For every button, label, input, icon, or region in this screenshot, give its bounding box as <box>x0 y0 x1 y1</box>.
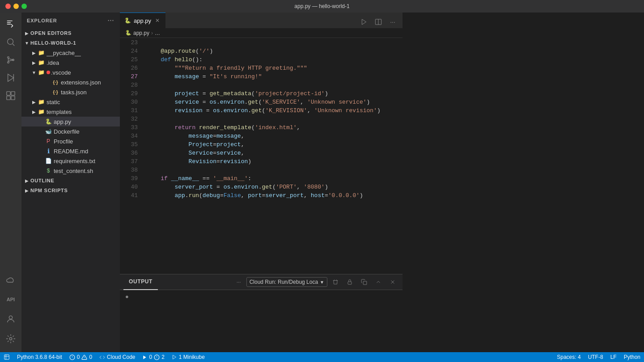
tab-app-py[interactable]: 🐍 app.py ✕ <box>120 13 165 28</box>
sidebar-item-tasks-json[interactable]: ▶ {·} tasks.json <box>21 87 120 97</box>
cursor-position: ● <box>125 294 129 300</box>
file-tree: ▶ OPEN EDITORS ▼ HELLO-WORLD-1 ▶ 📁 __pyc… <box>21 28 120 352</box>
run-error-icon <box>154 354 160 360</box>
run-count: 0 <box>149 354 152 360</box>
tab-actions: ··· <box>358 16 402 28</box>
output-tab-label: OUTPUT <box>129 278 153 285</box>
error-icon <box>69 354 75 360</box>
txt-icon: 📄 <box>45 157 52 164</box>
procfile-label: Procfile <box>54 138 73 145</box>
minimize-button[interactable] <box>13 4 19 9</box>
json-icon: {·} <box>52 79 59 86</box>
activity-cloud-icon[interactable] <box>3 272 19 288</box>
more-actions-button[interactable]: ··· <box>386 16 399 28</box>
chevron-down-icon: ▼ <box>320 280 324 285</box>
activity-api-icon[interactable]: API <box>3 291 19 307</box>
lock-output-button[interactable] <box>343 276 356 288</box>
split-editor-button[interactable] <box>372 16 385 28</box>
expand-panel-button[interactable] <box>372 276 385 288</box>
status-encoding-item[interactable]: UTF-8 <box>585 352 607 362</box>
sidebar-item-procfile[interactable]: ▶ P Procfile <box>21 136 120 146</box>
sidebar-item-vscode[interactable]: ▼ 📁 .vscode <box>21 67 120 77</box>
code-line <box>147 81 398 89</box>
svg-rect-8 <box>7 96 10 100</box>
svg-marker-27 <box>144 355 146 359</box>
sidebar-item-templates[interactable]: ▶ 📁 templates <box>21 107 120 117</box>
panel-content[interactable]: ● <box>120 290 402 352</box>
arrow-icon: ▶ <box>30 98 38 105</box>
minikube-label: 1 Minikube <box>179 354 205 360</box>
output-dropdown[interactable]: Cloud Run: Run/Debug Loca ▼ <box>246 277 327 287</box>
sidebar-item-test-content[interactable]: ▶ $ test_content.sh <box>21 166 120 176</box>
activity-account-icon[interactable] <box>3 311 19 327</box>
sidebar-more-icon[interactable]: ··· <box>107 17 114 24</box>
activity-bar: API <box>0 13 21 352</box>
activity-extensions-icon[interactable] <box>3 88 19 104</box>
sidebar-item-root[interactable]: ▼ HELLO-WORLD-1 <box>21 38 120 48</box>
code-line <box>147 38 398 47</box>
sidebar-item-npm-scripts[interactable]: ▶ NPM SCRIPTS <box>21 185 120 195</box>
activity-settings-icon[interactable] <box>3 331 19 347</box>
outline-label: OUTLINE <box>30 178 55 183</box>
sidebar-item-requirements[interactable]: ▶ 📄 requirements.txt <box>21 156 120 166</box>
py-icon: 🐍 <box>45 118 52 125</box>
panel-more-button[interactable]: ··· <box>233 279 245 285</box>
editor-scrollbar[interactable] <box>398 38 402 274</box>
activity-run-icon[interactable] <box>3 70 19 86</box>
panel-tab-bar: OUTPUT ··· Cloud Run: Run/Debug Loca ▼ <box>120 274 402 290</box>
status-remote-item[interactable] <box>0 352 13 362</box>
language-label: Python <box>624 354 640 360</box>
app-py-label: app.py <box>54 118 71 125</box>
activity-explorer-icon[interactable] <box>3 16 19 32</box>
activity-source-control-icon[interactable] <box>3 52 19 68</box>
code-line <box>147 166 398 174</box>
extensions-json-label: extensions.json <box>61 79 101 86</box>
code-line: Service=service, <box>147 149 398 157</box>
panel-tab-output[interactable]: OUTPUT <box>123 274 158 290</box>
svg-point-1 <box>8 57 9 59</box>
code-line: message=message, <box>147 132 398 140</box>
sidebar-item-outline[interactable]: ▶ OUTLINE <box>21 176 120 185</box>
status-language-item[interactable]: Python <box>620 352 644 362</box>
run-button[interactable] <box>358 16 370 28</box>
folder-icon: 📁 <box>38 108 45 115</box>
status-cloud-code-item[interactable]: Cloud Code <box>96 352 139 362</box>
close-panel-button[interactable] <box>386 276 399 288</box>
activity-search-icon[interactable] <box>3 34 19 50</box>
code-line: def hello(): <box>147 55 398 64</box>
code-content[interactable]: @app.route('/') def hello(): """Return a… <box>142 38 398 274</box>
pycache-label: __pycache__ <box>47 50 81 56</box>
status-minikube-item[interactable]: 1 Minikube <box>168 352 208 362</box>
arrow-icon: ▶ <box>30 108 38 115</box>
sidebar-item-pycache[interactable]: ▶ 📁 __pycache__ <box>21 48 120 58</box>
sidebar-item-open-editors[interactable]: ▶ OPEN EDITORS <box>21 28 120 38</box>
breadcrumb-symbol: … <box>155 30 160 36</box>
close-button[interactable] <box>5 4 11 9</box>
sidebar-item-idea[interactable]: ▶ 📁 .idea <box>21 58 120 67</box>
panel-tab-actions: ··· Cloud Run: Run/Debug Loca ▼ <box>233 276 399 288</box>
svg-marker-4 <box>8 74 14 82</box>
svg-rect-9 <box>11 96 15 100</box>
clear-output-button[interactable] <box>329 276 342 288</box>
sidebar-item-static[interactable]: ▶ 📁 static <box>21 97 120 107</box>
vscode-label: .vscode <box>51 69 71 76</box>
tab-close-button[interactable]: ✕ <box>154 17 161 24</box>
status-errors-item[interactable]: 0 0 <box>66 352 96 362</box>
code-line: return render_template('index.html', <box>147 123 398 132</box>
sidebar-item-readme[interactable]: ▶ ℹ README.md <box>21 146 120 156</box>
status-python-item[interactable]: Python 3.6.8 64-bit <box>13 352 66 362</box>
status-spaces-item[interactable]: Spaces: 4 <box>553 352 584 362</box>
sidebar-title: EXPLORER <box>27 18 57 23</box>
tab-label: app.py <box>134 17 151 24</box>
copy-output-button[interactable] <box>358 276 370 288</box>
sidebar-item-dockerfile[interactable]: ▶ 🐋 Dockerfile <box>21 126 120 136</box>
maximize-button[interactable] <box>21 4 27 9</box>
sidebar-item-extensions-json[interactable]: ▶ {·} extensions.json <box>21 77 120 87</box>
status-line-ending-item[interactable]: LF <box>607 352 620 362</box>
status-run-item[interactable]: 0 2 <box>139 352 168 362</box>
line-ending-label: LF <box>610 354 617 360</box>
play-icon <box>172 354 177 360</box>
window-controls[interactable] <box>5 4 27 9</box>
sidebar-item-app-py[interactable]: ▶ 🐍 app.py <box>21 117 120 126</box>
warning-count: 0 <box>89 354 92 360</box>
